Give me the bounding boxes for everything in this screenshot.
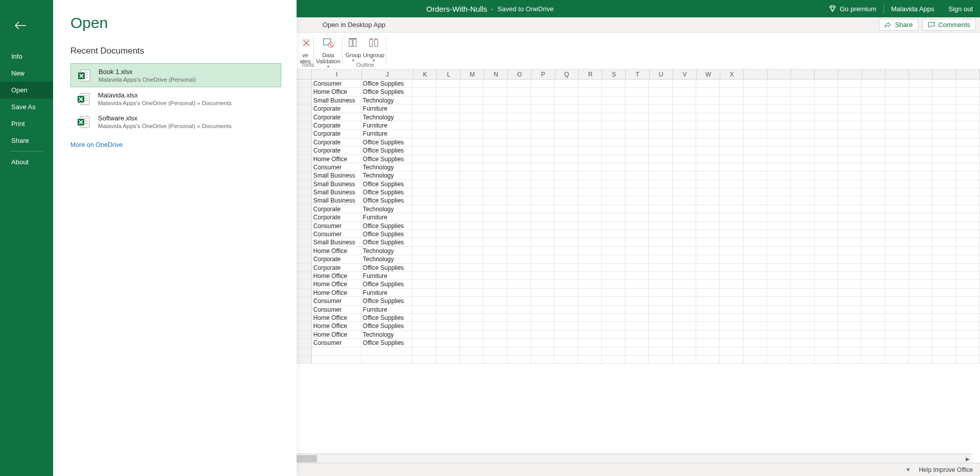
- cell[interactable]: [625, 331, 649, 339]
- cell[interactable]: [507, 80, 531, 88]
- cell[interactable]: [578, 230, 602, 238]
- cell[interactable]: [744, 247, 767, 255]
- cell[interactable]: Technology: [361, 171, 413, 180]
- cell[interactable]: [412, 272, 436, 280]
- cell[interactable]: [625, 272, 649, 280]
- cell[interactable]: [412, 105, 436, 113]
- cell[interactable]: Furniture: [361, 130, 413, 138]
- cell[interactable]: [649, 80, 672, 88]
- cell[interactable]: [838, 306, 862, 314]
- cell[interactable]: Office Supplies: [361, 146, 413, 155]
- cell[interactable]: [649, 196, 672, 205]
- cell[interactable]: [436, 113, 460, 121]
- cell[interactable]: [554, 222, 578, 230]
- cell[interactable]: [554, 171, 578, 180]
- cell[interactable]: [483, 113, 507, 121]
- cell[interactable]: [909, 180, 933, 188]
- cell[interactable]: [815, 96, 838, 105]
- cell[interactable]: [312, 347, 361, 356]
- cell[interactable]: [483, 105, 507, 113]
- cell[interactable]: [554, 213, 578, 221]
- cell[interactable]: [625, 297, 649, 305]
- cell[interactable]: [791, 222, 814, 230]
- column-header[interactable]: S: [602, 69, 626, 79]
- cell[interactable]: Technology: [361, 331, 413, 339]
- cell[interactable]: [957, 171, 980, 180]
- backstage-nav-share[interactable]: Share: [0, 132, 53, 149]
- cell[interactable]: [933, 247, 956, 255]
- cell[interactable]: [838, 188, 862, 196]
- cell[interactable]: [886, 297, 909, 305]
- cell[interactable]: [957, 155, 980, 163]
- cell[interactable]: [507, 130, 531, 138]
- cell[interactable]: [649, 230, 672, 238]
- cell[interactable]: [815, 88, 838, 96]
- cell[interactable]: [673, 188, 696, 196]
- cell[interactable]: [933, 130, 956, 138]
- row-header[interactable]: [297, 222, 312, 230]
- cell[interactable]: [791, 297, 814, 305]
- cell[interactable]: [838, 163, 862, 171]
- cell[interactable]: Consumer: [312, 339, 361, 347]
- cell[interactable]: [720, 280, 743, 288]
- cell[interactable]: [744, 347, 767, 356]
- cell[interactable]: Home Office: [312, 322, 361, 330]
- cell[interactable]: [838, 272, 862, 280]
- cell[interactable]: [578, 289, 602, 297]
- cell[interactable]: [578, 205, 602, 213]
- cell[interactable]: [436, 205, 460, 213]
- cell[interactable]: [507, 331, 531, 339]
- cell[interactable]: [483, 297, 507, 305]
- cell[interactable]: [507, 213, 531, 221]
- cell[interactable]: [815, 155, 838, 163]
- cell[interactable]: Home Office: [312, 88, 361, 96]
- cell[interactable]: [578, 121, 602, 130]
- cell[interactable]: Home Office: [312, 289, 361, 297]
- cell[interactable]: [791, 339, 814, 347]
- cell[interactable]: [436, 171, 460, 180]
- cell[interactable]: [602, 105, 625, 113]
- cell[interactable]: [909, 155, 933, 163]
- cell[interactable]: [436, 322, 460, 330]
- cell[interactable]: [767, 230, 791, 238]
- cell[interactable]: [933, 80, 956, 88]
- cell[interactable]: [696, 255, 720, 263]
- cell[interactable]: [436, 105, 460, 113]
- cell[interactable]: [720, 272, 743, 280]
- cell[interactable]: Corporate: [312, 138, 361, 146]
- table-row[interactable]: ConsumerOffice Supplies: [297, 297, 980, 305]
- cell[interactable]: [460, 96, 483, 105]
- cell[interactable]: [720, 347, 743, 356]
- row-header[interactable]: [297, 272, 312, 280]
- cell[interactable]: [744, 255, 767, 263]
- cell[interactable]: [909, 196, 933, 205]
- column-header[interactable]: X: [720, 69, 744, 79]
- row-header[interactable]: [297, 238, 312, 246]
- cell[interactable]: Office Supplies: [361, 230, 413, 238]
- cell[interactable]: [909, 88, 933, 96]
- cell[interactable]: [909, 96, 933, 105]
- cell[interactable]: [483, 180, 507, 188]
- cell[interactable]: [862, 171, 885, 180]
- cell[interactable]: [578, 88, 602, 96]
- cell[interactable]: [838, 255, 862, 263]
- row-header[interactable]: [297, 230, 312, 238]
- cell[interactable]: [531, 80, 554, 88]
- cell[interactable]: [625, 264, 649, 272]
- cell[interactable]: [838, 146, 862, 155]
- cell[interactable]: [744, 322, 767, 330]
- cell[interactable]: [957, 130, 980, 138]
- cell[interactable]: [554, 105, 578, 113]
- cell[interactable]: [531, 222, 554, 230]
- cell[interactable]: [460, 280, 483, 288]
- table-row[interactable]: CorporateFurniture: [297, 121, 980, 130]
- cell[interactable]: [460, 171, 483, 180]
- cell[interactable]: [625, 146, 649, 155]
- cell[interactable]: [531, 205, 554, 213]
- cell[interactable]: [507, 339, 531, 347]
- cell[interactable]: [483, 80, 507, 88]
- cell[interactable]: [412, 171, 436, 180]
- cell[interactable]: [791, 80, 814, 88]
- cell[interactable]: [578, 347, 602, 356]
- cell[interactable]: [483, 146, 507, 155]
